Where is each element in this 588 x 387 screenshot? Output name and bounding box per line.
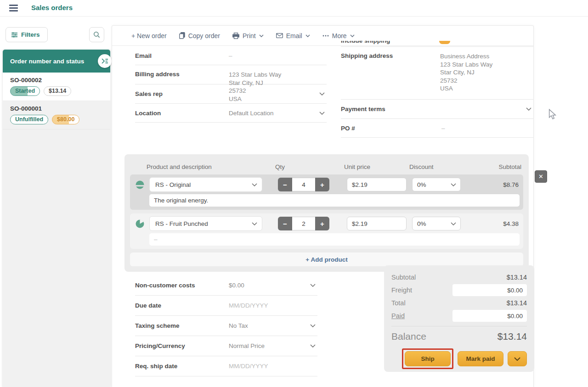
order-list-header-label: Order number and status [10, 58, 84, 65]
product-select[interactable]: RS - Original [149, 177, 262, 192]
print-label: Print [243, 32, 256, 39]
description-input[interactable] [149, 233, 520, 246]
order-list-item[interactable]: SO-000001 Unfulfilled $80.00 [3, 101, 110, 129]
chevron-down-icon [252, 183, 257, 186]
discount-select[interactable]: 0% [412, 217, 461, 230]
chevron-down-icon [319, 92, 325, 95]
form-left-column: Email – Billing address 123 Star Labs Wa… [135, 47, 327, 123]
balance-label: Balance [391, 331, 426, 342]
column-header-product: Product and description [147, 163, 260, 170]
order-extras: Non-customer costs $0.00 Due date MM/DD/… [135, 275, 317, 376]
taxing-scheme-label: Taxing scheme [135, 322, 180, 329]
location-row[interactable]: Location Default Location [135, 104, 327, 122]
line-subtotal: $4.38 [461, 220, 520, 227]
taxing-scheme-row[interactable]: Taxing scheme No Tax [135, 316, 317, 336]
column-header-subtotal: Subtotal [458, 163, 523, 170]
email-field-row[interactable]: Email – [135, 47, 327, 65]
qty-plus-button[interactable]: + [315, 178, 329, 191]
sales-rep-row[interactable]: Sales rep [135, 84, 327, 103]
qty-minus-button[interactable]: − [278, 217, 292, 230]
search-button[interactable] [89, 27, 104, 42]
ship-button[interactable]: Ship [405, 351, 451, 366]
total-value: $13.14 [507, 299, 527, 307]
mark-paid-button[interactable]: Mark paid [458, 351, 503, 366]
mouse-cursor [548, 109, 557, 120]
filters-button[interactable]: Filters [6, 27, 48, 42]
order-list-item[interactable]: SO-000002 Started $13.14 [3, 73, 110, 101]
order-amount-badge: $80.00 [52, 115, 79, 124]
product-row[interactable]: RS - Fruit Punched − + 0% $4.38 [130, 213, 523, 249]
chevron-down-icon [319, 112, 325, 115]
unit-price-input[interactable] [347, 178, 407, 191]
order-status-badge: Unfulfilled [10, 115, 48, 124]
hamburger-menu-icon[interactable] [9, 5, 18, 11]
more-button[interactable]: More [322, 32, 355, 39]
order-amount-badge: $13.14 [44, 86, 71, 96]
qty-plus-button[interactable]: + [315, 217, 329, 230]
qty-input[interactable] [292, 178, 315, 191]
order-list-panel: Order number and status SO-000002 Starte… [3, 50, 110, 387]
paid-link[interactable]: Paid [391, 312, 405, 320]
due-date-input[interactable]: MM/DD/YYYY [229, 302, 268, 309]
pricing-currency-label: Pricing/Currency [135, 342, 185, 349]
req-ship-date-input[interactable]: MM/DD/YYYY [229, 363, 268, 370]
email-label: Email [286, 32, 302, 39]
chevron-down-icon [252, 222, 257, 225]
search-icon [93, 31, 100, 38]
discount-select[interactable]: 0% [412, 178, 461, 191]
ship-button-highlight: Ship [402, 348, 453, 369]
ellipsis-icon [322, 35, 329, 37]
unit-price-input[interactable] [347, 217, 407, 230]
payment-terms-row[interactable]: Payment terms [341, 100, 533, 118]
non-customer-costs-label: Non-customer costs [135, 282, 195, 289]
chevron-down-icon [259, 34, 264, 37]
totals-panel: Subtotal $13.14 Freight Total $13.14 Pai… [384, 265, 534, 372]
req-ship-date-label: Req. ship date [135, 363, 177, 370]
balance-value: $13.14 [498, 331, 527, 342]
due-date-label: Due date [135, 302, 161, 309]
print-button[interactable]: Print [232, 32, 264, 39]
email-button[interactable]: Email [276, 32, 310, 39]
product-select[interactable]: RS - Fruit Punched [149, 216, 262, 231]
close-panel-button[interactable]: ✕ [535, 170, 547, 183]
product-name: RS - Original [155, 181, 191, 188]
qty-input[interactable] [292, 217, 315, 230]
shipping-address-row[interactable]: Shipping address Business Address 123 St… [341, 47, 533, 99]
collapse-panel-button[interactable] [98, 54, 112, 68]
po-number-value: – [441, 125, 445, 132]
include-shipping-row[interactable]: Include shipping [341, 41, 533, 46]
more-actions-button[interactable] [508, 351, 527, 366]
collapse-panel-icon [101, 58, 108, 64]
billing-address-row[interactable]: Billing address 123 Star Labs Way Star C… [135, 65, 327, 84]
sidebar: Filters Order number and status SO-00000… [0, 17, 110, 387]
new-order-button[interactable]: + New order [131, 32, 167, 39]
subtotal-label: Subtotal [391, 274, 416, 281]
stock-level-icon [136, 180, 144, 189]
column-header-unit-price: Unit price [344, 163, 404, 170]
add-product-button[interactable]: + Add product [130, 252, 523, 266]
copy-order-button[interactable]: Copy order [179, 32, 220, 39]
freight-input[interactable] [452, 284, 527, 296]
subtotal-value: $13.14 [507, 274, 527, 281]
freight-label: Freight [391, 286, 412, 294]
due-date-row[interactable]: Due date MM/DD/YYYY [135, 296, 317, 316]
po-number-row[interactable]: PO # – [341, 119, 533, 137]
chevron-down-icon [514, 357, 520, 361]
po-number-label: PO # [341, 125, 355, 132]
non-customer-costs-row[interactable]: Non-customer costs $0.00 [135, 275, 317, 296]
printer-icon [232, 33, 239, 39]
discount-value: 0% [417, 220, 426, 227]
pricing-currency-row[interactable]: Pricing/Currency Normal Price [135, 336, 317, 356]
description-input[interactable] [149, 194, 520, 207]
qty-minus-button[interactable]: − [278, 178, 292, 191]
product-row[interactable]: RS - Original − + 0% $8.76 [130, 174, 523, 210]
paid-input[interactable] [452, 310, 527, 322]
quantity-stepper: − + [278, 217, 329, 230]
order-number: SO-000002 [10, 77, 103, 84]
include-shipping-toggle[interactable] [439, 41, 450, 44]
pricing-currency-value: Normal Price [229, 342, 265, 349]
shipping-address-value: Business Address 123 Star Labs Way Star … [440, 52, 492, 93]
req-ship-date-row[interactable]: Req. ship date MM/DD/YYYY [135, 356, 317, 376]
product-name: RS - Fruit Punched [155, 220, 208, 227]
order-detail-panel: + New order Copy order Print Email [112, 25, 534, 387]
